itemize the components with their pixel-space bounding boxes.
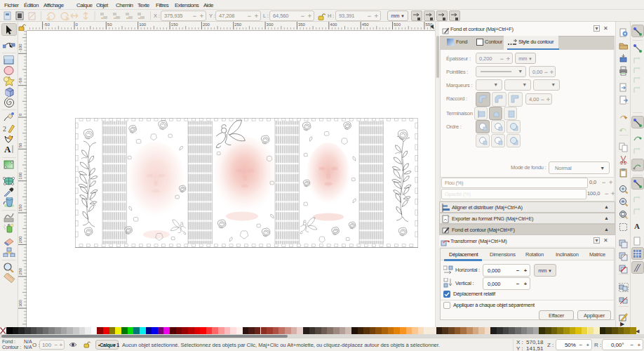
svg-text:150: 150 (18, 204, 22, 211)
svg-text:300: 300 (18, 299, 22, 307)
svg-text:50: 50 (107, 22, 112, 27)
svg-text:200: 200 (18, 236, 22, 244)
svg-text:2: 2 (3, 125, 6, 133)
svg-text:-50: -50 (18, 77, 22, 84)
svg-text:250: 250 (234, 22, 242, 27)
svg-text:100: 100 (18, 172, 22, 180)
svg-text:200: 200 (203, 22, 210, 27)
svg-text:A: A (4, 144, 11, 154)
svg-text:150: 150 (171, 22, 179, 27)
svg-text:A: A (634, 222, 640, 230)
svg-text:450: 450 (362, 22, 370, 27)
svg-text:-50: -50 (43, 22, 50, 27)
svg-text:500: 500 (394, 22, 401, 27)
svg-text:400: 400 (330, 22, 337, 27)
svg-text:0: 0 (18, 113, 22, 116)
svg-text:300: 300 (267, 22, 274, 27)
svg-text:350: 350 (298, 22, 306, 27)
svg-text:-100: -100 (18, 44, 22, 53)
svg-text:0: 0 (76, 22, 79, 27)
svg-text:100: 100 (139, 22, 147, 27)
svg-text:250: 250 (18, 267, 22, 275)
svg-text:50: 50 (18, 143, 22, 147)
